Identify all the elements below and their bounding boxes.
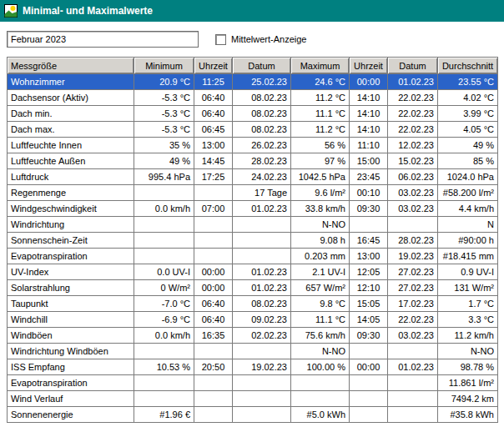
cell-durchschnitt: 3.3 °C	[438, 312, 498, 328]
cell-messgroesse: Wind Verlauf	[8, 391, 134, 407]
cell-durchschnitt: 0.9 UV-I	[438, 264, 498, 280]
cell-max-uhrzeit: 12:10	[350, 280, 388, 296]
table-row[interactable]: Windböen 0.0 km/h 16:35 02.02.23 75.6 km…	[8, 328, 498, 344]
table-row[interactable]: Sonnenschein-Zeit 9.08 h 16:45 28.02.23 …	[8, 233, 498, 249]
cell-maximum: N-NO	[291, 344, 350, 359]
table-row[interactable]: UV-Index 0.0 UV-I 00:00 01.02.23 2.1 UV-…	[8, 264, 498, 280]
cell-min-datum: 28.02.23	[233, 153, 291, 169]
app-icon[interactable]	[4, 4, 18, 18]
cell-max-uhrzeit: 23:45	[350, 169, 388, 185]
mittelwert-checkbox-label[interactable]: Mittelwert-Anzeige	[231, 34, 306, 44]
cell-maximum: 11.2 °C	[291, 90, 350, 106]
cell-min-uhrzeit: 13:00	[194, 138, 233, 153]
cell-maximum: 33.8 km/h	[291, 201, 350, 217]
cell-messgroesse: Taupunkt	[8, 296, 134, 312]
cell-durchschnitt: 4.02 °C	[438, 90, 498, 106]
cell-messgroesse: Windböen	[8, 328, 134, 344]
table-row[interactable]: Evapotranspiration 0.203 mm 13:00 19.02.…	[8, 249, 498, 264]
cell-max-uhrzeit	[350, 391, 388, 407]
cell-min-datum: 02.02.23	[233, 328, 291, 344]
column-header-maximum[interactable]: Maximum	[291, 58, 350, 74]
table-row[interactable]: Windgeschwindigkeit 0.0 km/h 07:00 01.02…	[8, 201, 498, 217]
cell-min-datum: 17 Tage	[233, 185, 291, 201]
cell-min-datum: 08.02.23	[233, 122, 291, 138]
table-row[interactable]: Luftdruck 995.4 hPa 17:25 24.02.23 1042.…	[8, 169, 498, 185]
cell-max-uhrzeit: 00:00	[350, 74, 388, 90]
column-header-min-datum[interactable]: Datum	[233, 58, 291, 74]
table-row[interactable]: Dachsensor (Aktiv) -5.3 °C 06:40 08.02.2…	[8, 90, 498, 106]
cell-minimum	[134, 249, 194, 264]
cell-maximum	[291, 375, 350, 391]
period-input[interactable]	[7, 31, 199, 48]
cell-max-uhrzeit: 09:30	[350, 328, 388, 344]
cell-maximum: 11.1 °C	[291, 312, 350, 328]
cell-min-uhrzeit: 16:35	[194, 328, 233, 344]
table-row[interactable]: Dach min. -5.3 °C 06:40 08.02.23 11.1 °C…	[8, 106, 498, 122]
cell-messgroesse: Wohnzimmer	[8, 74, 134, 90]
cell-min-uhrzeit: 07:00	[194, 201, 233, 217]
cell-minimum: 20.9 °C	[134, 74, 194, 90]
cell-messgroesse: Luftdruck	[8, 169, 134, 185]
column-header-messgroesse[interactable]: Messgröße	[8, 58, 134, 74]
column-header-max-uhrzeit[interactable]: Uhrzeit	[350, 58, 388, 74]
window-title: Minimal- und Maximalwerte	[23, 5, 153, 17]
cell-durchschnitt: 98.78 %	[438, 359, 498, 375]
cell-messgroesse: Windgeschwindigkeit	[8, 201, 134, 217]
cell-max-uhrzeit: 13:00	[350, 249, 388, 264]
cell-max-datum	[388, 375, 438, 391]
cell-max-datum	[388, 344, 438, 359]
cell-messgroesse: Evapotranspiration	[8, 249, 134, 264]
cell-max-datum: 27.02.23	[388, 264, 438, 280]
cell-maximum: 97 %	[291, 153, 350, 169]
table-row[interactable]: Windrichtung N-NO N	[8, 217, 498, 233]
cell-max-uhrzeit: 14:10	[350, 90, 388, 106]
mittelwert-checkbox-group[interactable]: Mittelwert-Anzeige	[215, 34, 306, 45]
column-header-durchschnitt[interactable]: Durchschnitt	[438, 58, 498, 74]
table-row[interactable]: Wind Verlauf 7494.2 km	[8, 391, 498, 407]
cell-durchschnitt: N-NO	[438, 344, 498, 359]
cell-min-uhrzeit	[194, 233, 233, 249]
weather-app-icon	[4, 4, 18, 18]
table-row[interactable]: Solarstrahlung 0 W/m² 00:00 01.02.23 657…	[8, 280, 498, 296]
table-row[interactable]: Luftfeuchte Innen 35 % 13:00 26.02.23 56…	[8, 138, 498, 153]
cell-maximum: 2.1 UV-I	[291, 264, 350, 280]
cell-maximum: 24.6 °C	[291, 74, 350, 90]
cell-durchschnitt: #58.200 l/m²	[438, 185, 498, 201]
cell-min-datum	[233, 391, 291, 407]
cell-min-datum: 19.02.23	[233, 359, 291, 375]
table-row[interactable]: Evapotranspiration 11.861 l/m²	[8, 375, 498, 391]
cell-minimum: 995.4 hPa	[134, 169, 194, 185]
table-row[interactable]: Dach max. -5.3 °C 06:45 08.02.23 11.2 °C…	[8, 122, 498, 138]
column-header-minimum[interactable]: Minimum	[134, 58, 194, 74]
table-row[interactable]: Wohnzimmer 20.9 °C 11:25 25.02.23 24.6 °…	[8, 74, 498, 90]
cell-max-uhrzeit: 15:00	[350, 153, 388, 169]
cell-min-datum	[233, 407, 291, 423]
cell-minimum	[134, 344, 194, 359]
cell-max-datum: 19.02.23	[388, 249, 438, 264]
cell-max-uhrzeit: 00:10	[350, 185, 388, 201]
table-row[interactable]: Windchill -6.9 °C 06:40 09.02.23 11.1 °C…	[8, 312, 498, 328]
cell-max-datum: 27.02.23	[388, 280, 438, 296]
cell-max-datum: 22.02.23	[388, 122, 438, 138]
cell-messgroesse: Windrichtung Windböen	[8, 344, 134, 359]
cell-minimum: 0 W/m²	[134, 280, 194, 296]
table-row[interactable]: ISS Empfang 10.53 % 20:50 19.02.23 100.0…	[8, 359, 498, 375]
cell-max-datum: 03.02.23	[388, 201, 438, 217]
table-row[interactable]: Regenmenge 17 Tage 9.6 l/m² 00:10 03.02.…	[8, 185, 498, 201]
cell-minimum	[134, 391, 194, 407]
column-header-min-uhrzeit[interactable]: Uhrzeit	[194, 58, 233, 74]
cell-minimum: 35 %	[134, 138, 194, 153]
column-header-max-datum[interactable]: Datum	[388, 58, 438, 74]
table-row[interactable]: Luftfeuchte Außen 49 % 14:45 28.02.23 97…	[8, 153, 498, 169]
table-row[interactable]: Taupunkt -7.0 °C 06:40 08.02.23 9.8 °C 1…	[8, 296, 498, 312]
cell-max-uhrzeit: 14:10	[350, 122, 388, 138]
cell-durchschnitt: 3.99 °C	[438, 106, 498, 122]
cell-messgroesse: UV-Index	[8, 264, 134, 280]
cell-min-uhrzeit	[194, 344, 233, 359]
mittelwert-checkbox[interactable]	[215, 34, 226, 45]
cell-maximum: 9.8 °C	[291, 296, 350, 312]
table-row[interactable]: Windrichtung Windböen N-NO N-NO	[8, 344, 498, 359]
cell-max-datum: 17.02.23	[388, 296, 438, 312]
table-row[interactable]: Sonnenenergie #1.96 € #5.0 kWh #35.8 kWh	[8, 407, 498, 423]
cell-min-datum	[233, 344, 291, 359]
